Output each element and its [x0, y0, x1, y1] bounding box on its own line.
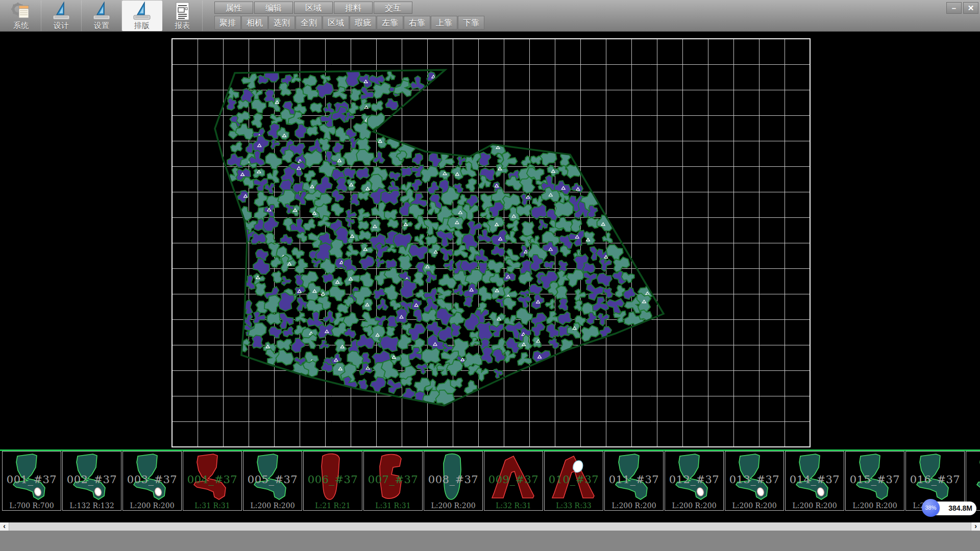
bottom-status-band	[0, 531, 980, 551]
part-thumbnail-5[interactable]: 005_#37L:200 R:200	[243, 451, 302, 511]
tool-button-select-cut[interactable]: 选割	[268, 16, 295, 30]
window-controls: – ✕	[946, 2, 978, 14]
part-thumbnail-10[interactable]: 010_#37L:33 R:33	[544, 451, 603, 511]
app-button-system[interactable]: 系统	[1, 1, 41, 31]
part-id-label: 006_#37	[304, 473, 362, 486]
close-button[interactable]: ✕	[963, 2, 978, 14]
menu-tab-interact[interactable]: 交互	[374, 2, 412, 14]
menu-tab-row: 属性编辑区域排料交互	[214, 2, 412, 14]
part-lr-count: L:31 R:31	[183, 502, 241, 510]
part-lr-count: L:200 R:200	[786, 502, 844, 510]
part-id-label: 0	[966, 473, 980, 486]
app-button-label: 排版	[134, 21, 150, 30]
part-lr-count: L:700 R:700	[3, 502, 61, 510]
part-lr-count: L:200 R:200	[123, 502, 181, 510]
part-id-label: 010_#37	[545, 473, 603, 486]
ruler-laptop-icon	[131, 2, 153, 21]
part-id-label: 001_#37	[3, 473, 61, 486]
tool-button-snap-right[interactable]: 右靠	[404, 16, 430, 30]
tool-button-snap-top[interactable]: 上靠	[431, 16, 457, 30]
part-id-label: 016_#37	[906, 473, 964, 486]
part-id-label: 008_#37	[424, 473, 482, 486]
tool-button-cut-all[interactable]: 全割	[296, 16, 322, 30]
menu-tab-region[interactable]: 区域	[294, 2, 333, 14]
bottom-gap	[0, 512, 980, 522]
part-thumbnail-3[interactable]: 003_#37L:200 R:200	[122, 451, 182, 511]
part-id-label: 014_#37	[786, 473, 844, 486]
ruler-laptop-icon	[91, 2, 112, 21]
part-lr-count: L:200 R:200	[243, 502, 302, 510]
part-lr-count: L:200 R:200	[665, 502, 723, 510]
part-thumbnail-1[interactable]: 001_#37L:700 R:700	[2, 451, 61, 511]
tool-button-cluster-nest[interactable]: 聚排	[214, 16, 241, 30]
part-id-label: 013_#37	[725, 473, 783, 486]
part-lr-count: L:31 R:31	[364, 502, 422, 510]
nesting-canvas[interactable]	[0, 32, 980, 449]
part-thumbnail-strip: 001_#37L:700 R:700002_#37L:132 R:132003_…	[0, 449, 980, 512]
gear-icon	[10, 2, 32, 21]
part-lr-count: L:21 R:21	[304, 502, 362, 510]
part-id-label: 009_#37	[484, 473, 543, 486]
menu-tab-attribute[interactable]: 属性	[214, 2, 253, 14]
nesting-workspace	[0, 32, 980, 449]
part-lr-count: L:200 R:200	[605, 502, 663, 510]
tool-button-zone[interactable]: 区域	[323, 16, 349, 30]
part-id-label: 015_#37	[846, 473, 904, 486]
scrollbar-thumb[interactable]	[9, 522, 971, 531]
app-button-setup[interactable]: 设置	[82, 1, 122, 31]
part-thumbnail-4[interactable]: 004_#37L:31 R:31	[183, 451, 242, 511]
app-button-report[interactable]: 报表	[162, 1, 203, 31]
progress-percent-badge: 38%	[922, 499, 940, 517]
part-thumbnail-7[interactable]: 007_#37L:31 R:31	[363, 451, 423, 511]
tool-button-camera[interactable]: 相机	[241, 16, 268, 30]
part-lr-count: L:32 R:31	[484, 502, 543, 510]
memory-value: 384.8M	[948, 504, 972, 512]
app-button-label: 系统	[13, 21, 29, 30]
part-id-label: 004_#37	[183, 473, 241, 486]
app-button-label: 设置	[94, 21, 109, 30]
app-button-layout[interactable]: 排版	[122, 1, 162, 31]
menu-tab-edit[interactable]: 编辑	[254, 2, 293, 14]
part-lr-count: L:200 R:200	[424, 502, 482, 510]
app-button-label: 报表	[175, 21, 190, 30]
tool-button-snap-left[interactable]: 左靠	[377, 16, 403, 30]
app-button-design[interactable]: 设计	[41, 1, 82, 31]
part-thumbnail-2[interactable]: 002_#37L:132 R:132	[62, 451, 121, 511]
part-thumbnail-6[interactable]: 006_#37L:21 R:21	[303, 451, 362, 511]
app-button-label: 设计	[54, 21, 69, 30]
part-thumbnail-8[interactable]: 008_#37L:200 R:200	[424, 451, 483, 511]
part-thumbnail-11[interactable]: 011_#37L:200 R:200	[604, 451, 664, 511]
scroll-left-arrow-icon[interactable]: ‹	[0, 522, 9, 531]
part-lr-count: L:200 R:200	[846, 502, 904, 510]
part-id-label: 002_#37	[63, 473, 121, 486]
report-icon	[172, 2, 193, 21]
minimize-button[interactable]: –	[946, 2, 962, 14]
part-thumbnail-9[interactable]: 009_#37L:32 R:31	[484, 451, 543, 511]
part-id-label: 012_#37	[665, 473, 723, 486]
part-lr-count: L:132 R:132	[63, 502, 121, 510]
top-toolbar: 系统设计设置排版报表 属性编辑区域排料交互 聚排相机选割全割区域瑕疵左靠右靠上靠…	[0, 0, 980, 32]
memory-status-badge: 38% 384.8M	[922, 499, 977, 517]
part-thumbnail-14[interactable]: 014_#37L:200 R:200	[785, 451, 844, 511]
scroll-right-arrow-icon[interactable]: ›	[971, 522, 980, 531]
part-id-label: 005_#37	[243, 473, 302, 486]
horizontal-scrollbar[interactable]: ‹ ›	[0, 522, 980, 531]
menu-tab-nesting[interactable]: 排料	[334, 2, 373, 14]
tool-button-row: 聚排相机选割全割区域瑕疵左靠右靠上靠下靠	[214, 16, 484, 30]
part-id-label: 007_#37	[364, 473, 422, 486]
app-switcher: 系统设计设置排版报表	[1, 1, 203, 31]
tool-button-defect[interactable]: 瑕疵	[350, 16, 376, 30]
part-thumbnail-12[interactable]: 012_#37L:200 R:200	[665, 451, 724, 511]
ruler-laptop-icon	[51, 2, 72, 21]
part-lr-count: L:33 R:33	[545, 502, 603, 510]
part-lr-count: L:200 R:200	[725, 502, 783, 510]
part-thumbnail-13[interactable]: 013_#37L:200 R:200	[725, 451, 784, 511]
part-id-label: 003_#37	[123, 473, 181, 486]
tool-button-snap-bottom[interactable]: 下靠	[458, 16, 484, 30]
part-thumbnail-15[interactable]: 015_#37L:200 R:200	[845, 451, 904, 511]
part-id-label: 011_#37	[605, 473, 663, 486]
